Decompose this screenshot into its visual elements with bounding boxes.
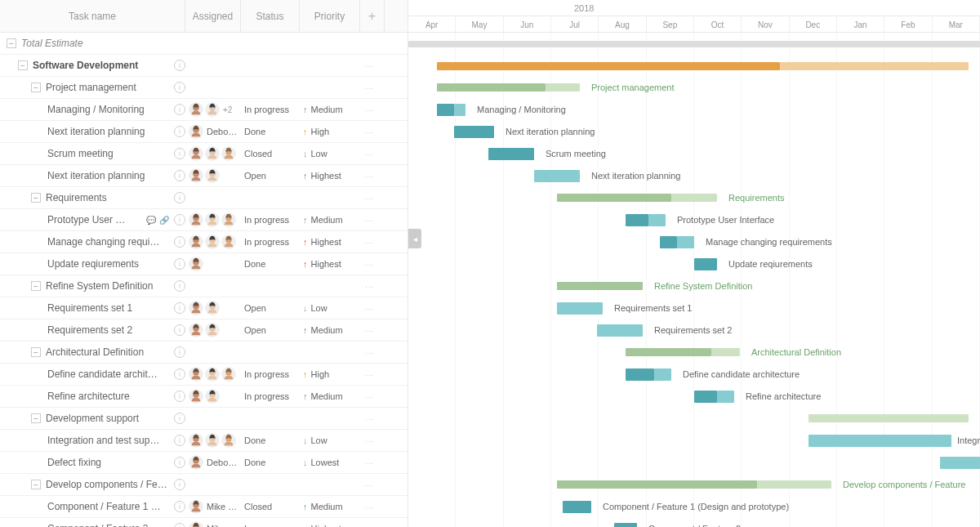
gantt-row[interactable]: Manage changing requirements — [408, 231, 980, 253]
status-cell[interactable]: In progress — [241, 215, 300, 225]
month-sep[interactable]: Sep — [647, 16, 694, 33]
info-icon[interactable]: i — [174, 236, 185, 248]
row-menu-icon[interactable]: ⋮ — [364, 371, 375, 378]
month-mar[interactable]: Mar — [933, 16, 980, 33]
gantt-bar[interactable] — [626, 348, 711, 356]
status-cell[interactable]: Done — [241, 127, 300, 136]
assigned-cell[interactable] — [185, 146, 241, 161]
gantt-bar[interactable] — [408, 41, 980, 47]
gantt-bar[interactable] — [694, 258, 717, 270]
row-menu-icon[interactable]: ⋮ — [364, 503, 375, 511]
toggle-collapse[interactable]: − — [31, 281, 41, 291]
row-menu-icon[interactable]: ⋮ — [364, 459, 375, 467]
info-icon[interactable]: i — [174, 435, 185, 446]
task-row[interactable]: Managing / Monitoringi+2In progress↑Medi… — [0, 99, 408, 121]
gantt-bar[interactable] — [808, 435, 951, 447]
gantt-bar[interactable] — [717, 391, 734, 403]
link-icon[interactable]: 🔗 — [159, 216, 169, 225]
toggle-collapse[interactable]: − — [31, 480, 41, 489]
month-apr[interactable]: Apr — [408, 16, 456, 33]
assigned-cell[interactable]: Mike … — [185, 521, 241, 527]
header-status[interactable]: Status — [241, 0, 300, 32]
task-row[interactable]: Component / Feature 2iMike …In progress↑… — [0, 518, 408, 527]
toggle-collapse[interactable]: − — [7, 38, 16, 48]
gantt-bar[interactable] — [694, 391, 717, 403]
task-row[interactable]: Prototype User …💬🔗iIn progress↑Medium⋮ — [0, 209, 408, 231]
gantt-row[interactable]: Prototype User Interface — [408, 209, 980, 231]
assigned-cell[interactable]: Mike … — [185, 499, 241, 514]
comment-icon[interactable]: 💬 — [146, 216, 156, 225]
task-row[interactable]: Next iteration planningiDebo…Done↑High⋮ — [0, 121, 408, 143]
gantt-bar[interactable] — [488, 148, 534, 160]
row-menu-icon[interactable]: ⋮ — [364, 349, 375, 356]
priority-cell[interactable]: ↑Highest — [300, 259, 360, 269]
gantt-bar[interactable] — [660, 236, 677, 248]
row-menu-icon[interactable]: ⋮ — [364, 283, 375, 290]
status-cell[interactable]: Open — [241, 325, 300, 335]
gantt-row[interactable]: Requirements set 2 — [408, 319, 980, 342]
assigned-cell[interactable]: Debo… — [185, 455, 241, 470]
priority-cell[interactable]: ↑Highest — [300, 171, 360, 181]
status-cell[interactable]: In progress — [241, 391, 300, 401]
info-icon[interactable]: i — [174, 104, 185, 115]
assigned-cell[interactable] — [185, 212, 241, 227]
gantt-bar[interactable] — [780, 62, 969, 70]
toggle-collapse[interactable]: − — [31, 413, 41, 423]
gantt-row[interactable]: Define candidate architecture — [408, 364, 980, 386]
gantt-bar[interactable] — [534, 170, 580, 182]
row-menu-icon[interactable]: ⋮ — [364, 62, 375, 69]
gantt-bar[interactable] — [437, 83, 546, 92]
task-row[interactable]: Component / Feature 1 …iMike …Closed↑Med… — [0, 496, 408, 518]
info-icon[interactable]: i — [174, 170, 185, 181]
gantt-row[interactable]: Component / Feature 1 (Design and protot… — [408, 496, 980, 518]
month-jan[interactable]: Jan — [837, 16, 884, 33]
info-icon[interactable]: i — [174, 214, 185, 226]
month-jul[interactable]: Jul — [551, 16, 599, 33]
month-feb[interactable]: Feb — [884, 16, 932, 33]
priority-cell[interactable]: ↑Medium — [300, 502, 360, 511]
gantt-bar[interactable] — [557, 302, 603, 315]
month-nov[interactable]: Nov — [742, 16, 789, 33]
row-menu-icon[interactable]: ⋮ — [364, 437, 375, 444]
gantt-bar[interactable] — [437, 104, 454, 116]
status-cell[interactable]: Open — [241, 171, 300, 181]
task-row[interactable]: −Develop components / Fea…i⋮ — [0, 474, 408, 496]
assigned-cell[interactable] — [185, 367, 241, 382]
status-cell[interactable]: Done — [241, 259, 300, 269]
gantt-bar[interactable] — [454, 104, 466, 116]
info-icon[interactable]: i — [174, 368, 185, 380]
info-icon[interactable]: i — [174, 391, 185, 402]
toggle-collapse[interactable]: − — [31, 193, 41, 203]
gantt-row[interactable]: Component / Feature 2 — [408, 518, 980, 527]
gantt-row[interactable]: Next iteration planning — [408, 121, 980, 143]
gantt-row[interactable]: Managing / Monitoring — [408, 99, 980, 121]
info-icon[interactable]: i — [174, 60, 185, 71]
gantt-row[interactable]: Architectural Definition — [408, 342, 980, 364]
gantt-bar[interactable] — [677, 236, 694, 248]
row-menu-icon[interactable]: ⋮ — [364, 481, 375, 489]
gantt-row[interactable]: Refine architecture — [408, 386, 980, 408]
priority-cell[interactable]: ↑Highest — [300, 524, 360, 527]
priority-cell[interactable]: ↑Highest — [300, 237, 360, 247]
collapse-grid-button[interactable]: ◂ — [408, 229, 421, 248]
assigned-cell[interactable] — [185, 234, 241, 249]
priority-cell[interactable]: ↑Medium — [300, 215, 360, 225]
task-row[interactable]: Defect fixingiDebo…Done↓Lowest⋮ — [0, 452, 408, 474]
gantt-bar[interactable] — [557, 194, 671, 202]
info-icon[interactable]: i — [174, 413, 185, 424]
gantt-row[interactable] — [408, 408, 980, 430]
month-dec[interactable]: Dec — [790, 16, 837, 33]
assigned-cell[interactable]: Debo… — [185, 124, 241, 139]
gantt-row[interactable]: Integration and test — [408, 430, 980, 452]
status-cell[interactable]: In progress — [241, 369, 300, 379]
gantt-bar[interactable] — [626, 214, 648, 226]
task-row[interactable]: −Architectural Definitioni⋮ — [0, 342, 408, 364]
assigned-cell[interactable]: +2 — [185, 102, 241, 117]
task-row[interactable]: Scrum meetingiClosed↓Low⋮ — [0, 143, 408, 165]
row-menu-icon[interactable]: ⋮ — [364, 150, 375, 158]
gantt-row[interactable] — [408, 33, 980, 55]
assigned-cell[interactable] — [185, 301, 241, 315]
month-may[interactable]: May — [456, 16, 503, 33]
status-cell[interactable]: In progress — [241, 524, 300, 527]
month-aug[interactable]: Aug — [599, 16, 646, 33]
